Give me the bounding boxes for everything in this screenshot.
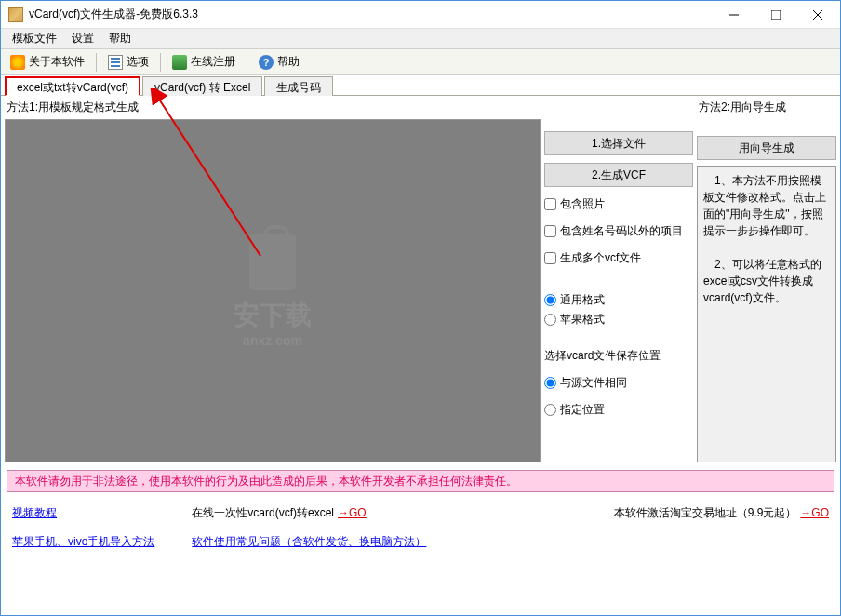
specified-location-input[interactable] <box>544 404 556 416</box>
same-as-source-input[interactable] <box>544 377 556 389</box>
preview-box: 安下载 anxz.com <box>5 119 541 462</box>
separator <box>96 53 97 72</box>
link-col-1: 视频教程 苹果手机、vivo手机导入方法 <box>12 505 154 550</box>
faq-link[interactable]: 软件使用常见问题（含软件发货、换电脑方法） <box>192 534 426 550</box>
select-file-button[interactable]: 1.选择文件 <box>544 131 693 155</box>
window-title: vCard(vcf)文件生成器-免费版6.3.3 <box>29 7 713 22</box>
maximize-button[interactable] <box>754 2 796 28</box>
format-apple-radio[interactable]: 苹果格式 <box>544 310 693 329</box>
separator <box>247 53 247 72</box>
format-general-input[interactable] <box>544 294 556 306</box>
method2-area: 方法2:用向导生成 用向导生成 1、本方法不用按照模板文件修改格式。点击上面的"… <box>697 100 836 462</box>
warning-bar: 本软件请勿用于非法途径，使用本软件的行为及由此造成的后果，本软件开发者不承担任何… <box>7 470 834 492</box>
menu-help[interactable]: 帮助 <box>101 29 139 48</box>
video-tutorial-link[interactable]: 视频教程 <box>12 505 154 521</box>
toolbar-help[interactable]: ? 帮助 <box>253 52 305 72</box>
watermark-sub: anxz.com <box>234 333 312 348</box>
include-other-input[interactable] <box>544 225 556 237</box>
multi-vcf-checkbox[interactable]: 生成多个vcf文件 <box>544 248 693 268</box>
window-controls <box>713 2 838 28</box>
toolbar-help-label: 帮助 <box>277 54 300 70</box>
toolbar-register-label: 在线注册 <box>191 54 235 70</box>
watermark-text: 安下载 <box>234 298 312 333</box>
svg-rect-1 <box>771 10 781 20</box>
taobao-go[interactable]: →GO <box>800 506 829 519</box>
close-button[interactable] <box>796 2 838 28</box>
separator <box>160 53 161 72</box>
method1-label: 方法1:用模板规定格式生成 <box>5 100 541 115</box>
toolbar-options-label: 选项 <box>127 54 149 70</box>
method1-area: 方法1:用模板规定格式生成 安下载 anxz.com <box>5 100 541 462</box>
include-photo-label: 包含照片 <box>560 196 605 212</box>
toolbar-options[interactable]: 选项 <box>102 52 154 72</box>
online-convert-label: 在线一次性vcard(vcf)转excel <box>192 505 334 521</box>
format-general-label: 通用格式 <box>560 292 605 308</box>
same-as-source-label: 与源文件相同 <box>560 375 627 391</box>
watermark: 安下载 anxz.com <box>234 234 312 348</box>
online-convert-go[interactable]: →GO <box>338 506 367 519</box>
specified-location-label: 指定位置 <box>560 402 605 418</box>
menu-template[interactable]: 模板文件 <box>5 29 64 48</box>
include-other-checkbox[interactable]: 包含姓名号码以外的项目 <box>544 221 693 241</box>
toolbar-about-label: 关于本软件 <box>29 54 85 70</box>
app-icon <box>8 7 23 22</box>
import-guide-link[interactable]: 苹果手机、vivo手机导入方法 <box>12 534 154 550</box>
tab-vcard-to-excel[interactable]: vCard(vcf) 转 Excel <box>142 76 262 96</box>
wizard-button[interactable]: 用向导生成 <box>697 136 836 160</box>
register-icon <box>172 55 187 70</box>
tab-generate-number[interactable]: 生成号码 <box>264 76 333 96</box>
multi-vcf-label: 生成多个vcf文件 <box>560 250 641 266</box>
content-area: 方法1:用模板规定格式生成 安下载 anxz.com 1.选择文件 2.生成VC… <box>1 96 840 466</box>
help-icon: ? <box>259 55 274 70</box>
menubar: 模板文件 设置 帮助 <box>1 29 840 49</box>
minimize-button[interactable] <box>713 2 754 28</box>
toolbar-register[interactable]: 在线注册 <box>167 52 241 72</box>
multi-vcf-input[interactable] <box>544 252 556 264</box>
method2-label: 方法2:用向导生成 <box>697 100 836 115</box>
format-apple-label: 苹果格式 <box>560 312 605 328</box>
include-other-label: 包含姓名号码以外的项目 <box>560 223 683 239</box>
save-location-label: 选择vcard文件保存位置 <box>544 348 693 364</box>
tabs: excel或txt转vCard(vcf) vCard(vcf) 转 Excel … <box>1 75 840 96</box>
wizard-description: 1、本方法不用按照模板文件修改格式。点击上面的"用向导生成"，按照提示一步步操作… <box>697 166 836 462</box>
titlebar: vCard(vcf)文件生成器-免费版6.3.3 <box>1 1 840 29</box>
menu-settings[interactable]: 设置 <box>64 29 101 48</box>
taobao-label: 本软件激活淘宝交易地址（9.9元起） <box>614 505 797 521</box>
include-photo-input[interactable] <box>544 198 556 210</box>
bottom-links: 视频教程 苹果手机、vivo手机导入方法 在线一次性vcard(vcf)转exc… <box>1 496 840 559</box>
toolbar: 关于本软件 选项 在线注册 ? 帮助 <box>1 49 840 75</box>
tab-excel-to-vcard[interactable]: excel或txt转vCard(vcf) <box>5 76 140 96</box>
format-apple-input[interactable] <box>544 314 556 326</box>
same-as-source-radio[interactable]: 与源文件相同 <box>544 373 693 393</box>
link-col-3: 本软件激活淘宝交易地址（9.9元起） →GO <box>614 505 829 550</box>
format-general-radio[interactable]: 通用格式 <box>544 290 693 310</box>
actions-area: 1.选择文件 2.生成VCF 包含照片 包含姓名号码以外的项目 生成多个vcf文… <box>544 100 693 462</box>
options-icon <box>108 55 123 70</box>
generate-vcf-button[interactable]: 2.生成VCF <box>544 163 693 187</box>
format-group: 通用格式 苹果格式 <box>544 290 693 329</box>
link-col-2: 在线一次性vcard(vcf)转excel →GO 软件使用常见问题（含软件发货… <box>192 505 426 550</box>
about-icon <box>10 55 25 70</box>
toolbar-about[interactable]: 关于本软件 <box>5 52 90 72</box>
include-photo-checkbox[interactable]: 包含照片 <box>544 194 693 214</box>
lock-icon <box>249 234 296 290</box>
specified-location-radio[interactable]: 指定位置 <box>544 400 693 420</box>
